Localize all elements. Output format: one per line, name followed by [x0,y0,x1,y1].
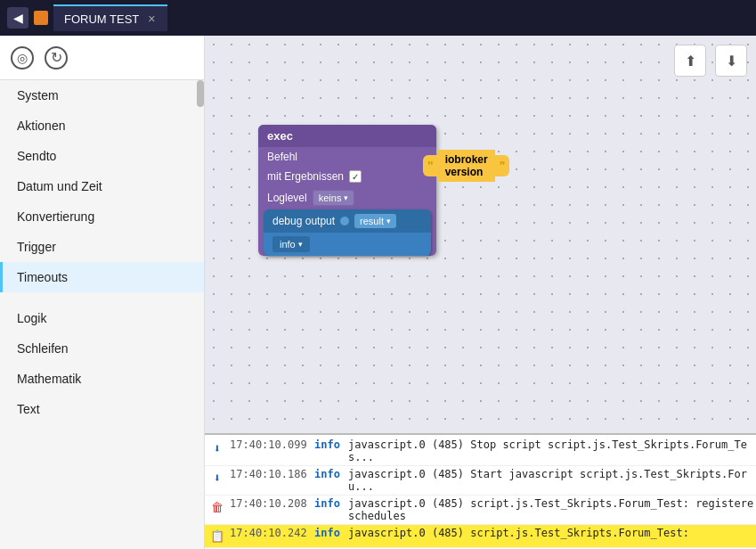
sidebar-item-sendto[interactable]: Sendto [0,141,204,171]
export-button[interactable]: ⬆ [674,45,706,77]
log-icon-copy[interactable]: 📋 [205,527,230,543]
target-icon[interactable]: ◎ [11,46,34,70]
mit-ergebnissen-row: mit Ergebnissen ✓ [258,167,436,186]
log-time: 17:40:10.242 [230,527,314,539]
app-icon [34,11,48,25]
sidebar-item-system[interactable]: System [0,80,204,111]
log-row: 🗑17:40:10.208infojavascript.0 (485) scri… [205,496,756,525]
log-level: info [314,497,348,510]
main-area: ◎ ↻ SystemAktionenSendtoDatum und ZeitKo… [0,36,756,549]
sidebar-divider [0,292,204,303]
log-level: info [314,438,348,451]
tab-close-button[interactable]: × [146,12,157,26]
exec-block[interactable]: exec Befehl mit Ergebnissen ✓ Loglevel [258,125,436,256]
log-icon-download[interactable]: ⬇ [205,468,230,485]
sidebar-item-mathematik[interactable]: Mathematik [0,364,204,394]
befehl-row: Befehl [258,147,436,167]
mit-ergebnissen-checkbox[interactable]: ✓ [349,170,362,183]
sidebar-item-text[interactable]: Text [0,394,204,424]
top-bar: ◀ FORUM TEST × [0,0,756,36]
loglevel-dropdown[interactable]: keins [313,190,355,206]
sidebar-item-schleifen[interactable]: Schleifen [0,333,204,364]
blocks-container: exec Befehl mit Ergebnissen ✓ Loglevel [258,125,436,261]
import-button[interactable]: ⬇ [715,45,747,77]
result-dropdown[interactable]: result [354,214,396,228]
block-connector [340,217,349,225]
exec-block-header: exec [258,125,436,147]
canvas-right-toolbar: ⬆ ⬇ [674,45,747,77]
sidebar-scroll: SystemAktionenSendtoDatum und ZeitKonver… [0,80,204,549]
debug-output-header: debug output result [264,209,431,233]
tab-title: FORUM TEST [64,12,139,26]
sidebar-item-konvertierung[interactable]: Konvertierung [0,201,204,232]
sidebar-toolbar: ◎ ↻ [0,36,204,80]
log-message: javascript.0 (485) Start javascript scri… [348,468,756,493]
log-icon-download[interactable]: ⬇ [205,438,230,455]
log-message: javascript.0 (485) script.js.Test_Skript… [348,527,756,539]
info-dropdown[interactable]: info [272,236,310,252]
log-message: javascript.0 (485) script.js.Test_Skript… [348,497,756,522]
log-level: info [314,527,348,539]
string-block[interactable]: " iobroker version " [423,150,509,182]
sidebar-item-aktionen[interactable]: Aktionen [0,111,204,141]
debug-output-block[interactable]: debug output result info [264,209,431,256]
loglevel-row: Loglevel keins [258,186,436,209]
info-row: info [264,233,431,256]
sidebar-item-logik[interactable]: Logik [0,303,204,333]
back-icon: ◀ [13,11,23,25]
log-panel: ⬇17:40:10.099infojavascript.0 (485) Stop… [205,433,756,549]
log-time: 17:40:10.099 [230,438,314,451]
scrollbar-thumb[interactable] [197,80,204,107]
log-time: 17:40:10.208 [230,497,314,510]
log-row: 📋17:40:10.242infojavascript.0 (485) scri… [205,525,756,548]
back-button[interactable]: ◀ [7,7,28,29]
log-time: 17:40:10.186 [230,468,314,480]
sidebar-item-trigger[interactable]: Trigger [0,232,204,262]
log-icon-delete[interactable]: 🗑 [205,497,230,514]
log-row: ⬇17:40:10.186infojavascript.0 (485) Star… [205,466,756,496]
log-content: ⬇17:40:10.099infojavascript.0 (485) Stop… [205,435,756,549]
string-quote-right: " [495,155,510,176]
reload-icon[interactable]: ↻ [45,46,68,70]
sidebar-item-timeouts[interactable]: Timeouts [0,262,204,292]
string-quote-left: " [423,155,438,176]
log-message: javascript.0 (485) Stop script script.js… [348,438,756,463]
log-row: ⬇17:40:10.099infojavascript.0 (485) Stop… [205,437,756,466]
string-text: iobroker version [438,150,495,182]
canvas-area[interactable]: ⬆ ⬇ exec Befehl mit Ergebnissen ✓ [205,36,756,433]
sidebar-item-datum-und-zeit[interactable]: Datum und Zeit [0,171,204,201]
active-tab: FORUM TEST × [53,4,167,31]
log-level: info [314,468,348,480]
sidebar: ◎ ↻ SystemAktionenSendtoDatum und ZeitKo… [0,36,205,549]
